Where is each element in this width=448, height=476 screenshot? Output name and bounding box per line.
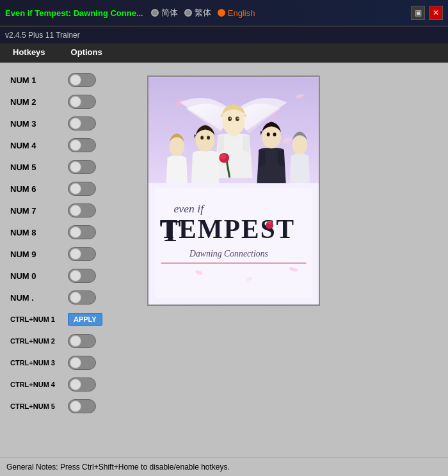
hotkey-label-num6: NUM 6	[10, 184, 61, 194]
title-bar-left: Even if Tempest: Dawning Conne... 简体 繁体 …	[5, 7, 411, 19]
hotkey-row-num6: NUM 6	[0, 178, 141, 200]
hotkey-label-numdot: NUM .	[10, 293, 61, 303]
lang-traditional[interactable]: 繁体	[184, 7, 211, 19]
radio-simplified[interactable]	[151, 9, 159, 17]
general-notes: General Notes: Press Ctrl+Shift+Home to …	[6, 463, 230, 472]
hotkey-label-num7: NUM 7	[10, 206, 61, 216]
hotkey-label-ctrl-num4: CTRL+NUM 4	[10, 381, 61, 388]
hotkey-row-num4: NUM 4	[0, 134, 141, 156]
hotkey-row-num2: NUM 2	[0, 91, 141, 113]
svg-point-19	[207, 136, 210, 139]
hotkey-row-ctrl-num2: CTRL+NUM 2	[0, 330, 141, 352]
toggle-num3[interactable]	[68, 116, 96, 131]
toggle-ctrl-num5[interactable]	[68, 399, 96, 413]
svg-point-27	[294, 136, 307, 152]
lang-simplified-label: 简体	[161, 7, 178, 19]
hotkey-row-num3: NUM 3	[0, 113, 141, 134]
toggle-num8[interactable]	[68, 225, 96, 239]
window-controls: ▣ ✕	[411, 6, 443, 20]
hotkey-label-ctrl-num2: CTRL+NUM 2	[10, 337, 61, 345]
hotkey-row-num5: NUM 5	[0, 156, 141, 178]
menu-options[interactable]: Options	[58, 44, 115, 62]
toggle-num6[interactable]	[68, 182, 96, 196]
svg-text:Dawning Connections: Dawning Connections	[189, 249, 268, 258]
toggle-ctrl-num4[interactable]	[68, 377, 96, 392]
toggle-num0[interactable]	[68, 269, 96, 283]
svg-rect-15	[230, 131, 237, 136]
hotkey-label-num8: NUM 8	[10, 228, 61, 237]
hotkey-label-num4: NUM 4	[10, 141, 61, 150]
toggle-ctrl-num2[interactable]	[68, 334, 96, 348]
hotkey-label-ctrl-num3: CTRL+NUM 3	[10, 359, 61, 367]
hotkey-label-num0: NUM 0	[10, 271, 61, 281]
radio-traditional[interactable]	[184, 9, 192, 17]
main-content: NUM 1 NUM 2 NUM 3 NUM 4 NUM 5 NUM 6	[0, 63, 448, 457]
svg-point-21	[264, 127, 279, 145]
hotkey-label-num9: NUM 9	[10, 250, 61, 259]
title-bar: Even if Tempest: Dawning Conne... 简体 繁体 …	[0, 0, 448, 27]
svg-point-10	[230, 118, 231, 119]
game-cover-image: even if TEMPEST T Dawning Connections	[147, 75, 320, 306]
hotkey-label-num1: NUM 1	[10, 75, 61, 85]
radio-english[interactable]	[218, 9, 225, 17]
version-label: v2.4.5 Plus 11 Trainer	[5, 31, 80, 40]
hotkey-row-num7: NUM 7	[0, 200, 141, 221]
toggle-num2[interactable]	[68, 95, 96, 109]
toggle-num7[interactable]	[68, 203, 96, 218]
menu-bar: Hotkeys Options	[0, 44, 448, 63]
svg-point-8	[228, 116, 232, 121]
close-button[interactable]: ✕	[429, 6, 443, 20]
hotkey-row-ctrl-num5: CTRL+NUM 5	[0, 395, 141, 417]
svg-point-7	[225, 110, 243, 131]
hotkey-label-ctrl-num1: CTRL+NUM 1	[10, 315, 61, 323]
lang-english[interactable]: English	[218, 8, 255, 18]
cover-art-svg: even if TEMPEST T Dawning Connections	[148, 77, 319, 305]
svg-point-17	[198, 130, 213, 148]
hotkey-row-ctrl-num4: CTRL+NUM 4	[0, 374, 141, 395]
hotkey-row-num1: NUM 1	[0, 69, 141, 91]
hotkey-row-numdot: NUM .	[0, 287, 141, 308]
toggle-num4[interactable]	[68, 138, 96, 152]
language-options: 简体 繁体 English	[151, 7, 255, 19]
svg-point-25	[170, 138, 183, 153]
svg-point-11	[237, 118, 239, 119]
options-panel: even if TEMPEST T Dawning Connections	[141, 63, 448, 457]
svg-point-9	[236, 116, 239, 121]
hotkey-label-num2: NUM 2	[10, 97, 61, 107]
toggle-num5[interactable]	[68, 160, 96, 174]
menu-hotkeys[interactable]: Hotkeys	[0, 44, 58, 62]
hotkeys-panel: NUM 1 NUM 2 NUM 3 NUM 4 NUM 5 NUM 6	[0, 63, 141, 457]
hotkey-label-num3: NUM 3	[10, 119, 61, 129]
hotkey-label-num5: NUM 5	[10, 163, 61, 172]
hotkey-row-num8: NUM 8	[0, 221, 141, 243]
window-title: Even if Tempest: Dawning Conne...	[5, 8, 143, 18]
hotkey-row-ctrl-num1: CTRL+NUM 1 APPLY	[0, 308, 141, 330]
apply-button[interactable]: APPLY	[68, 313, 102, 326]
toggle-numdot[interactable]	[68, 290, 96, 305]
hotkey-label-ctrl-num5: CTRL+NUM 5	[10, 402, 61, 410]
svg-point-14	[220, 154, 226, 160]
toggle-num1[interactable]	[68, 73, 96, 87]
hotkey-row-num0: NUM 0	[0, 265, 141, 287]
svg-point-23	[273, 132, 276, 136]
svg-point-18	[200, 136, 204, 139]
hotkey-row-num9: NUM 9	[0, 243, 141, 265]
subtitle-bar: v2.4.5 Plus 11 Trainer	[0, 27, 448, 44]
lang-traditional-label: 繁体	[195, 7, 211, 19]
hotkey-row-ctrl-num3: CTRL+NUM 3	[0, 352, 141, 374]
bottom-bar: General Notes: Press Ctrl+Shift+Home to …	[0, 457, 448, 476]
lang-english-label: English	[228, 8, 255, 18]
monitor-button[interactable]: ▣	[411, 6, 425, 20]
svg-text:T: T	[160, 213, 181, 248]
toggle-num9[interactable]	[68, 247, 96, 261]
toggle-ctrl-num3[interactable]	[68, 356, 96, 370]
svg-point-22	[267, 132, 270, 136]
lang-simplified[interactable]: 简体	[151, 7, 178, 19]
